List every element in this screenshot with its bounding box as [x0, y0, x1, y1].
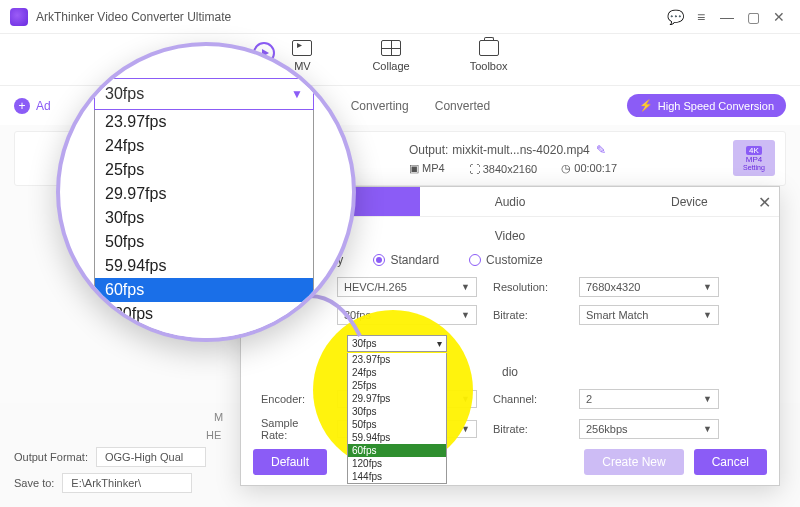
tab-device[interactable]: Device	[600, 187, 779, 216]
fps-option-mini[interactable]: 59.94fps	[347, 431, 447, 444]
fps-option-mini[interactable]: 120fps	[347, 457, 447, 470]
nav-toolbox-label: Toolbox	[470, 60, 508, 72]
output-filename: mixkit-mult...ns-4020.mp4	[452, 143, 589, 157]
radio-customize[interactable]: Customize	[469, 253, 543, 267]
nav-collage-label: Collage	[372, 60, 409, 72]
output-prefix: Output:	[409, 143, 448, 157]
zoom-callout: 30fps▼ 23.97fps24fps25fps29.97fps30fps50…	[56, 42, 356, 342]
status-tabs: Converting Converted	[351, 99, 490, 113]
collage-icon	[381, 40, 401, 56]
nav-collage[interactable]: Collage	[372, 40, 409, 72]
fps-option[interactable]: 24fps	[95, 134, 313, 158]
fps-option-mini[interactable]: 50fps	[347, 418, 447, 431]
bitrate-select[interactable]: Smart Match▼	[579, 305, 719, 325]
fps-option[interactable]: 59.94fps	[95, 254, 313, 278]
nav-mv-label: MV	[294, 60, 311, 72]
nav-mv[interactable]: MV	[292, 40, 312, 72]
fps-option[interactable]: 30fps	[95, 206, 313, 230]
fps-option-mini[interactable]: 60fps	[347, 444, 447, 457]
resolution-label: Resolution:	[493, 281, 563, 293]
audio-encoder-label: Encoder:	[261, 393, 321, 405]
channel-select[interactable]: 2▼	[579, 389, 719, 409]
app-title: ArkThinker Video Converter Ultimate	[36, 10, 231, 24]
add-files-button[interactable]: + Ad	[14, 98, 51, 114]
plus-icon: +	[14, 98, 30, 114]
audio-bitrate-select[interactable]: 256kbps▼	[579, 419, 719, 439]
format-label: ▣ MP4	[409, 162, 445, 175]
default-button[interactable]: Default	[253, 449, 327, 475]
fps-option-mini[interactable]: 29.97fps	[347, 392, 447, 405]
hsc-label: High Speed Conversion	[658, 100, 774, 112]
nav-toolbox[interactable]: Toolbox	[470, 40, 508, 72]
edit-icon[interactable]: ✎	[596, 143, 606, 157]
fps-option-mini[interactable]: 24fps	[347, 366, 447, 379]
fps-option-mini[interactable]: 144fps	[347, 470, 447, 484]
fps-option[interactable]: 60fps	[95, 278, 313, 302]
format-badge[interactable]: 4K MP4 Setting	[733, 140, 775, 176]
high-speed-conversion-button[interactable]: High Speed Conversion	[627, 94, 786, 117]
chat-icon[interactable]: 💬	[664, 6, 686, 28]
channel-label: Channel:	[493, 393, 563, 405]
saveto-select[interactable]: E:\ArkThinker\	[62, 473, 192, 493]
fps-option[interactable]: 23.97fps	[95, 110, 313, 134]
cancel-button[interactable]: Cancel	[694, 449, 767, 475]
toolbox-icon	[479, 40, 499, 56]
fps-option[interactable]: 29.97fps	[95, 182, 313, 206]
add-label: Ad	[36, 99, 51, 113]
minimize-icon[interactable]: —	[716, 6, 738, 28]
audio-bitrate-label: Bitrate:	[493, 423, 563, 435]
radio-standard[interactable]: Standard	[373, 253, 439, 267]
fps-option-mini[interactable]: 23.97fps	[347, 353, 447, 366]
fps-option[interactable]: 50fps	[95, 230, 313, 254]
samplerate-label: Sample Rate:	[261, 417, 321, 441]
resolution-label: ⛶ 3840x2160	[469, 163, 538, 175]
output-format-select[interactable]: OGG-High Qual	[96, 447, 206, 467]
modal-close-icon[interactable]: ✕	[758, 193, 771, 212]
badge-4k: 4K	[746, 146, 762, 155]
tab-converted[interactable]: Converted	[435, 99, 490, 113]
fps-option[interactable]: 25fps	[95, 158, 313, 182]
saveto-label: Save to:	[14, 477, 54, 489]
mv-icon	[292, 40, 312, 56]
badge-sub: Setting	[743, 164, 765, 171]
tab-audio[interactable]: Audio	[420, 187, 599, 216]
fps-zoom-options: 23.97fps24fps25fps29.97fps30fps50fps59.9…	[94, 110, 314, 342]
fps-option-mini[interactable]: 30fps	[347, 405, 447, 418]
maximize-icon[interactable]: ▢	[742, 6, 764, 28]
create-new-button[interactable]: Create New	[584, 449, 683, 475]
fps-option-mini[interactable]: 25fps	[347, 379, 447, 392]
menu-icon[interactable]: ≡	[690, 6, 712, 28]
duration-label: ◷ 00:00:17	[561, 162, 617, 175]
output-format-label: Output Format:	[14, 451, 88, 463]
resolution-select[interactable]: 7680x4320▼	[579, 277, 719, 297]
fps-dropdown-mini: 30fps▾ 23.97fps24fps25fps29.97fps30fps50…	[347, 335, 447, 484]
close-icon[interactable]: ✕	[768, 6, 790, 28]
titlebar: ArkThinker Video Converter Ultimate 💬 ≡ …	[0, 0, 800, 34]
modal-footer: Default Create New Cancel	[253, 449, 767, 475]
app-logo	[10, 8, 28, 26]
badge-fmt: MP4	[746, 155, 762, 164]
tab-converting[interactable]: Converting	[351, 99, 409, 113]
bitrate-label: Bitrate:	[493, 309, 563, 321]
fps-zoom-selected[interactable]: 30fps▼	[94, 78, 314, 110]
